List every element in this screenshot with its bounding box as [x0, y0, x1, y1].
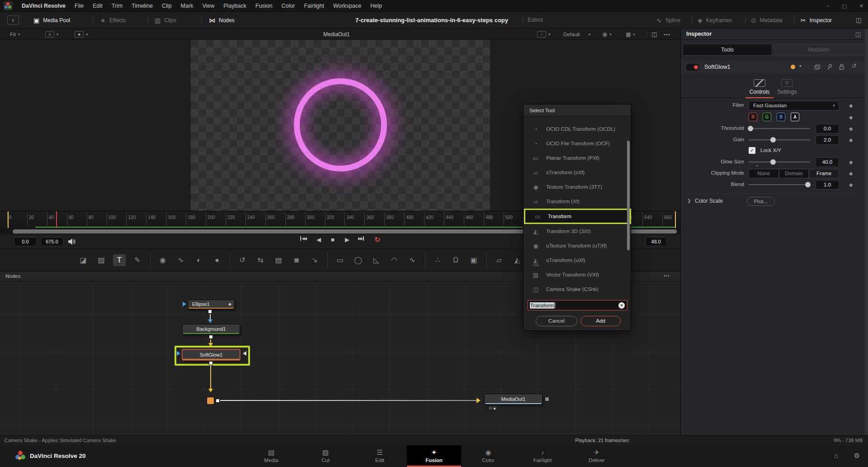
- node-color-dot[interactable]: [791, 65, 795, 69]
- tool-list-item-planar-transform-pxf[interactable]: ▭Planar Transform (PXf): [524, 151, 632, 165]
- softglow1-input-port[interactable]: [177, 351, 180, 356]
- audio-mute-icon[interactable]: [68, 238, 76, 245]
- tool-list-item-transform-3d-3xf[interactable]: ◭Transform 3D (3Xf): [524, 224, 632, 238]
- window-minimize-button[interactable]: −: [826, 3, 829, 9]
- layer-merge-icon[interactable]: ▤: [272, 254, 285, 266]
- glow-size-slider[interactable]: [749, 162, 810, 162]
- channels-keyframe-icon[interactable]: ◆: [849, 114, 853, 120]
- lock-icon[interactable]: [839, 64, 844, 70]
- settings-icon[interactable]: ⚙: [854, 452, 860, 460]
- clipping-option-none[interactable]: None: [749, 169, 779, 178]
- menu-item-clip[interactable]: Clip: [157, 0, 176, 12]
- gain-slider[interactable]: [749, 139, 810, 140]
- underlay-output-connector[interactable]: [216, 399, 220, 403]
- viewer-fill-dropdown[interactable]: ■▾: [75, 29, 88, 40]
- step-back-button[interactable]: ◀: [316, 236, 321, 243]
- rectangle-mask-icon[interactable]: ▭: [334, 254, 346, 266]
- lock-xy-checkbox[interactable]: ✓: [749, 147, 755, 154]
- collapsed-node-thumb[interactable]: [207, 397, 214, 405]
- glow-size-value[interactable]: 40.0: [816, 157, 839, 167]
- tool-list-item-transform[interactable]: ▭Transform: [524, 209, 631, 224]
- background-icon[interactable]: ◪: [77, 254, 90, 266]
- page-tab-cut[interactable]: ▧Cut: [298, 445, 353, 467]
- background1-output-connector[interactable]: [209, 335, 213, 339]
- page-tab-deliver[interactable]: ✈Deliver: [570, 445, 624, 467]
- menu-item-trim[interactable]: Trim: [107, 0, 127, 12]
- menu-item-help[interactable]: Help: [366, 0, 387, 12]
- menu-item-edit[interactable]: Edit: [88, 0, 107, 12]
- blur-icon[interactable]: ●: [211, 254, 223, 266]
- dialog-cancel-button[interactable]: Cancel: [536, 316, 577, 326]
- threshold-keyframe-icon[interactable]: ◆: [849, 126, 853, 132]
- clips-button[interactable]: ▥ Clips: [155, 12, 176, 29]
- blend-slider[interactable]: [749, 184, 810, 185]
- text-plus-icon[interactable]: T: [113, 254, 126, 266]
- nodes-panel-options-menu[interactable]: •••: [664, 273, 670, 278]
- menu-app[interactable]: DaVinci Resolve: [17, 0, 70, 12]
- range-end-marker[interactable]: [675, 211, 676, 228]
- menu-item-fusion[interactable]: Fusion: [251, 0, 277, 12]
- menu-item-color[interactable]: Color: [277, 0, 300, 12]
- window-maximize-button[interactable]: ▢: [842, 3, 846, 9]
- p-emitter-icon[interactable]: ∴: [431, 254, 444, 266]
- clipping-option-frame[interactable]: Frame: [809, 169, 839, 178]
- glow-size-keyframe-icon[interactable]: ◆: [849, 159, 853, 165]
- tab-tools[interactable]: Tools: [683, 44, 772, 56]
- paint-icon[interactable]: ✎: [131, 254, 144, 266]
- page-tab-color[interactable]: ◉Color: [461, 445, 515, 467]
- right-panel-toggle-icon[interactable]: ◫: [856, 16, 862, 24]
- color-scale-pick-button[interactable]: Pick...: [747, 197, 775, 206]
- range-start-field[interactable]: 0.0: [14, 237, 37, 246]
- viewer-grid-dropdown[interactable]: ▦▾: [626, 29, 635, 40]
- page-tab-fairlight[interactable]: ♪Fairlight: [515, 445, 570, 467]
- freehand-mask-icon[interactable]: ∿: [406, 254, 419, 266]
- node-mediaout1[interactable]: MediaOut1: [484, 394, 542, 405]
- slider-knob[interactable]: [770, 159, 776, 165]
- inspector-button[interactable]: ✂ Inspector: [801, 12, 832, 29]
- softglow1-output-connector[interactable]: [209, 361, 213, 365]
- effects-button[interactable]: ∗ Effects: [100, 12, 126, 29]
- color-curves-icon[interactable]: ∿: [175, 254, 187, 266]
- clipping-option-domain[interactable]: Domain: [779, 169, 809, 178]
- blend-keyframe-icon[interactable]: ◆: [849, 182, 853, 188]
- nodes-button[interactable]: ⋈ Nodes: [209, 12, 235, 29]
- slider-knob[interactable]: [748, 126, 753, 131]
- dialog-add-button[interactable]: Add: [580, 316, 621, 326]
- clipping-keyframe-icon[interactable]: ◆: [849, 171, 853, 176]
- tool-list-item-ocio-cdl-transform-ocdl[interactable]: ◔OCIO CDL Transform (OCDL): [524, 122, 632, 136]
- mediaout1-output-connector[interactable]: [545, 397, 549, 401]
- color-scale-expand-icon[interactable]: ❯: [687, 198, 691, 203]
- stop-button[interactable]: ■: [331, 236, 335, 243]
- node-softglow1[interactable]: SoftGlow1: [182, 349, 241, 361]
- menu-item-playback[interactable]: Playback: [219, 0, 251, 12]
- fast-noise-icon[interactable]: ▨: [95, 254, 108, 266]
- node-color-chevron-icon[interactable]: ▾: [799, 64, 802, 68]
- merge-icon[interactable]: ⇆: [254, 254, 267, 266]
- softglow1-mask-port[interactable]: [243, 351, 246, 356]
- filter-keyframe-icon[interactable]: ◆: [849, 103, 853, 109]
- menu-item-file[interactable]: File: [70, 0, 88, 12]
- tool-list-item-utexture-transform-utxf[interactable]: ◉uTexture Transform (uTXf): [524, 238, 632, 253]
- polygon-mask-icon[interactable]: ◺: [370, 254, 382, 266]
- go-to-start-button[interactable]: ◀◀: [300, 236, 306, 241]
- range-end-field[interactable]: 675.0: [41, 237, 63, 246]
- node-enable-toggle[interactable]: [686, 64, 699, 71]
- search-clear-icon[interactable]: ✕: [618, 302, 625, 309]
- transform-icon[interactable]: ↺: [236, 254, 249, 266]
- threshold-slider[interactable]: [749, 128, 810, 129]
- media-pool-button[interactable]: ▣ Media Pool: [33, 12, 70, 29]
- range-start-marker[interactable]: [8, 211, 9, 228]
- matte-control-icon[interactable]: ◙: [290, 254, 303, 266]
- ellipse1-input-port[interactable]: [183, 302, 186, 306]
- tool-list-item-ocio-file-transform-ocf[interactable]: ◔OCIO File Transform (OCF): [524, 136, 632, 151]
- menu-item-mark[interactable]: Mark: [176, 0, 198, 12]
- slider-knob[interactable]: [770, 137, 776, 143]
- tool-list-item-utransform-uxf[interactable]: ◭USDuTransform (uXf): [524, 253, 632, 267]
- tool-list-item-transform-xf[interactable]: ▱Transform (Xf): [524, 194, 632, 209]
- page-tab-media[interactable]: ▤Media: [244, 445, 298, 467]
- channel-b-button[interactable]: B: [777, 113, 785, 121]
- ellipse-mask-icon[interactable]: ◯: [352, 254, 364, 266]
- viewer-lut-dropdown[interactable]: Default▾: [563, 29, 590, 40]
- tool-list-item-camera-shake-cshk[interactable]: ◫Camera Shake (CShk): [524, 282, 632, 296]
- color-corrector-icon[interactable]: ◉: [156, 254, 169, 266]
